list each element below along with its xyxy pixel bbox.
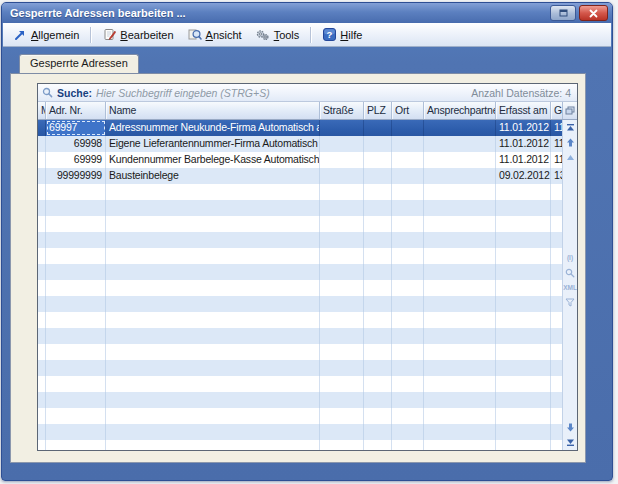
- column-header-adr[interactable]: Adr. Nr.: [46, 102, 106, 119]
- menu-item-ansicht[interactable]: Ansicht: [182, 26, 248, 44]
- cell-plz: [364, 120, 392, 136]
- table-row-empty[interactable]: [38, 296, 562, 312]
- arrow-up-right-icon: [13, 28, 27, 42]
- cell-ort: [392, 328, 424, 344]
- column-header-m[interactable]: M: [38, 102, 46, 119]
- table-row-empty[interactable]: [38, 280, 562, 296]
- menu-item-bearbeiten[interactable]: Bearbeiten: [96, 26, 179, 44]
- cell-name: [106, 360, 320, 376]
- cell-strasse: [320, 360, 364, 376]
- menu-item-tools[interactable]: Tools: [250, 26, 306, 44]
- table-row-empty[interactable]: [38, 360, 562, 376]
- table-row-empty[interactable]: [38, 440, 562, 450]
- cell-erfasst: [496, 312, 551, 328]
- cell-erfasst: [496, 264, 551, 280]
- cell-erfasst: [496, 360, 551, 376]
- cell-strasse: [320, 408, 364, 424]
- cell-strasse: [320, 392, 364, 408]
- search-small-icon[interactable]: [565, 267, 576, 278]
- search-input[interactable]: Hier Suchbegriff eingeben (STRG+S): [96, 87, 467, 99]
- page-up-icon[interactable]: [565, 152, 576, 163]
- scroll-up-icon[interactable]: [565, 137, 576, 148]
- cell-erfasst: [496, 248, 551, 264]
- menu-bar: Allgemein Bearbeiten Ansicht: [3, 23, 611, 47]
- cell-erfasst: [496, 216, 551, 232]
- help-icon: ?: [322, 28, 336, 42]
- cell-ansprechpartner: [424, 168, 496, 184]
- cell-ort: [392, 136, 424, 152]
- table-row-empty[interactable]: [38, 312, 562, 328]
- table-row-empty[interactable]: [38, 248, 562, 264]
- table-row[interactable]: 69997Adressnummer Neukunde-Firma Automat…: [38, 120, 562, 136]
- table-row-empty[interactable]: [38, 376, 562, 392]
- cell-ort: [392, 232, 424, 248]
- scroll-down-icon[interactable]: [565, 422, 576, 433]
- cell-ge: 13.: [551, 168, 562, 184]
- table-row[interactable]: 69999Kundennummer Barbelege-Kasse Automa…: [38, 152, 562, 168]
- cell-name: [106, 200, 320, 216]
- column-header-ge[interactable]: Ge: [551, 102, 562, 119]
- table-row-empty[interactable]: [38, 392, 562, 408]
- cell-ansprechpartner: [424, 424, 496, 440]
- table-row-empty[interactable]: [38, 328, 562, 344]
- column-header-ort[interactable]: Ort: [392, 102, 424, 119]
- table-row-empty[interactable]: [38, 408, 562, 424]
- column-header-plz[interactable]: PLZ: [364, 102, 392, 119]
- column-header-ansprechpartner[interactable]: Ansprechpartner: [424, 102, 496, 119]
- menu-item-hilfe[interactable]: ? Hilfe: [316, 26, 368, 44]
- cell-adr: 69997: [46, 120, 106, 136]
- cell-ge: 11.: [551, 136, 562, 152]
- table-row-empty[interactable]: [38, 200, 562, 216]
- cell-m: [38, 184, 46, 200]
- cell-erfasst: 09.02.2012: [496, 168, 551, 184]
- cell-ansprechpartner: [424, 248, 496, 264]
- cell-ansprechpartner: [424, 216, 496, 232]
- table-row[interactable]: 99999999Bausteinbelege09.02.201213.: [38, 168, 562, 184]
- table-row-empty[interactable]: [38, 264, 562, 280]
- cell-ort: [392, 360, 424, 376]
- table-row-empty[interactable]: [38, 424, 562, 440]
- column-header-erfasst[interactable]: Erfasst am: [496, 102, 551, 119]
- cell-plz: [364, 440, 392, 450]
- cell-name: Adressnummer Neukunde-Firma Automatisch …: [106, 120, 320, 136]
- filter-funnel-icon[interactable]: [565, 297, 576, 308]
- tab-page: Suche: Hier Suchbegriff eingeben (STRG+S…: [10, 73, 586, 463]
- xml-icon[interactable]: XML: [565, 282, 576, 293]
- cell-ort: [392, 280, 424, 296]
- cell-m: [38, 408, 46, 424]
- search-bar[interactable]: Suche: Hier Suchbegriff eingeben (STRG+S…: [38, 84, 577, 102]
- table-row-empty[interactable]: [38, 344, 562, 360]
- last-row-icon[interactable]: [565, 437, 576, 448]
- cell-plz: [364, 168, 392, 184]
- column-chooser-button[interactable]: [562, 102, 577, 119]
- table-row-empty[interactable]: [38, 232, 562, 248]
- menu-separator: [90, 27, 91, 43]
- first-row-icon[interactable]: [565, 122, 576, 133]
- cell-strasse: [320, 280, 364, 296]
- cell-ge: [551, 424, 562, 440]
- cell-strasse: [320, 184, 364, 200]
- table-row-empty[interactable]: [38, 184, 562, 200]
- close-button[interactable]: [579, 5, 608, 21]
- cell-ge: [551, 360, 562, 376]
- tab-gesperrte-adressen[interactable]: Gesperrte Adressen: [19, 54, 139, 73]
- table-row-empty[interactable]: [38, 216, 562, 232]
- cell-m: [38, 392, 46, 408]
- cell-adr: [46, 328, 106, 344]
- cell-erfasst: [496, 392, 551, 408]
- table-header-cells: MAdr. Nr.NameStraßePLZOrtAnsprechpartner…: [38, 102, 562, 119]
- menu-item-allgemein[interactable]: Allgemein: [7, 26, 85, 44]
- cell-ansprechpartner: [424, 312, 496, 328]
- menu-separator: [310, 27, 311, 43]
- cell-ansprechpartner: [424, 280, 496, 296]
- cell-plz: [364, 312, 392, 328]
- cell-ge: [551, 232, 562, 248]
- cell-adr: [46, 248, 106, 264]
- restore-button[interactable]: [550, 5, 576, 21]
- bracket-info-icon[interactable]: (I): [565, 252, 576, 263]
- column-header-name[interactable]: Name: [106, 102, 320, 119]
- column-header-strasse[interactable]: Straße: [320, 102, 364, 119]
- cell-m: [38, 376, 46, 392]
- cell-ge: [551, 312, 562, 328]
- table-row[interactable]: 69998Eigene Lieferantennummer-Firma Auto…: [38, 136, 562, 152]
